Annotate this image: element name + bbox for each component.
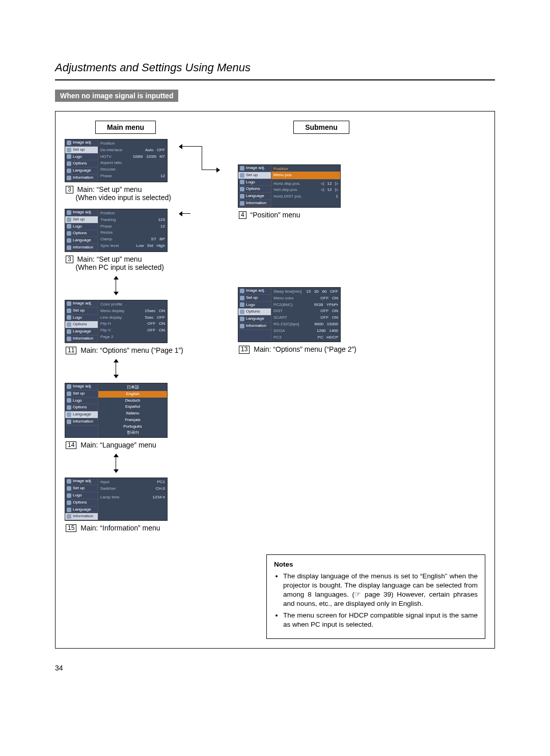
osd-side-label: Logo <box>246 302 255 308</box>
osd-side-label: Options <box>73 500 87 506</box>
menu-item-icon <box>67 217 71 222</box>
osd-side-item: Language <box>65 328 98 335</box>
osd-side-item: Language <box>65 237 98 244</box>
caption-subtext: (When video input is selected) <box>75 193 171 202</box>
osd-line-label: SCART <box>273 315 287 321</box>
caption-language: 14 Main: “Language” menu <box>66 441 197 449</box>
osd-side-label: Set up <box>246 295 258 301</box>
caption-num: 3 <box>66 256 73 263</box>
osd-side-label: Set up <box>73 217 85 222</box>
osd-line-label: Position <box>100 211 115 216</box>
caption-num: 13 <box>239 346 250 353</box>
osd-side-item: Set up <box>65 390 98 398</box>
osd-side-item: Information <box>65 335 98 343</box>
menu-item-icon <box>67 224 71 229</box>
osd-side-item: Image adj. <box>65 209 98 216</box>
osd-line-label: De-interlace <box>100 148 122 153</box>
osd-side-item: Information <box>65 418 98 426</box>
notes-item: The display language of the menus is set… <box>283 572 478 609</box>
osd-line-value: OFF ON <box>320 296 338 301</box>
osd-side-label: Set up <box>73 391 85 397</box>
menu-item-icon <box>240 166 244 171</box>
caption-text: “Position” menu <box>251 211 300 219</box>
menu-item-icon <box>240 180 244 184</box>
diagram-box: Main menu Submenu Image adj.Set upLogoOp… <box>55 111 495 649</box>
osd-side-item: Language <box>65 167 98 175</box>
osd-line-value: 1080i 1035i NT <box>133 154 165 160</box>
osd-setup-pc: Image adj.Set upLogoOptionsLanguageInfor… <box>65 209 168 252</box>
menu-item-icon <box>67 329 71 334</box>
osd-line-label: RS-232C[bps] <box>273 322 299 327</box>
menu-item-icon <box>67 412 71 417</box>
osd-side-label: Image adj. <box>73 384 92 389</box>
osd-side-label: Options <box>73 405 87 410</box>
vertical-connector <box>116 359 248 378</box>
osd-side-label: Image adj. <box>73 479 92 484</box>
osd-side-label: Image adj. <box>73 210 92 215</box>
osd-side-item: Information <box>238 323 271 330</box>
osd-line-label: Sleep time[min] <box>273 289 301 295</box>
caption-num: 15 <box>66 524 76 532</box>
connector-line <box>202 170 219 170</box>
osd-side-item: Information <box>65 513 98 520</box>
caption-text: Main: “Options” menu (“Page 2”) <box>254 345 356 353</box>
notes-box: Notes The display language of the menus … <box>266 554 485 639</box>
osd-line-value: 15sec ON <box>145 309 165 314</box>
osd-side-item: Image adj. <box>65 139 98 147</box>
osd-side-item: Logo <box>65 154 98 161</box>
osd-line-value: OFF ON <box>320 315 338 321</box>
menu-item-icon <box>67 419 71 424</box>
osd-line-label: Clamp <box>100 237 112 242</box>
connector-line <box>179 213 190 214</box>
osd-side-label: Logo <box>246 180 255 185</box>
osd-side-item: Set up <box>65 485 98 492</box>
osd-side-item: Language <box>238 193 271 200</box>
osd-side-item: Logo <box>65 223 98 231</box>
osd-side-label: Language <box>246 316 264 322</box>
menu-item-icon <box>67 231 71 236</box>
menu-item-icon <box>67 245 71 250</box>
osd-line-value: PC1 <box>157 480 165 485</box>
menu-item-icon <box>67 315 71 320</box>
menu-item-icon <box>67 176 71 180</box>
caption-position: 4 “Position” menu <box>239 211 370 219</box>
osd-line-value: PC HDCP <box>318 335 338 341</box>
osd-side-label: Language <box>73 168 91 174</box>
menu-item-icon <box>240 302 244 307</box>
osd-line-value: 5sec OFF <box>145 315 165 321</box>
osd-line-value: Low Std High <box>136 243 165 249</box>
osd-lang-option: Italiano <box>100 410 165 417</box>
osd-line-value: ◁ 12 ▷ <box>321 187 338 193</box>
caption-text: Main: “Language” menu <box>80 441 156 449</box>
osd-side-item: Options <box>238 309 271 316</box>
menu-item-icon <box>67 398 71 403</box>
caption-num: 4 <box>239 211 246 219</box>
menu-item-icon <box>240 296 244 300</box>
osd-side-item: Set up <box>238 295 271 302</box>
osd-side-label: Logo <box>73 154 82 160</box>
osd-line-label: DIST <box>273 309 283 314</box>
menu-item-icon <box>67 514 71 519</box>
page-number: 34 <box>55 664 495 672</box>
osd-line-label: Sync level <box>100 243 119 249</box>
osd-side-label: Information <box>246 201 266 206</box>
osd-side-label: Options <box>246 186 260 192</box>
menu-item-icon <box>67 322 71 327</box>
osd-line-value: RGB YPbPr <box>314 302 338 308</box>
osd-side-label: Language <box>73 238 91 243</box>
caption-text: Main: “Information” menu <box>80 524 160 532</box>
menu-item-icon <box>67 337 71 341</box>
osd-side-item: Image adj. <box>65 478 98 485</box>
menu-item-icon <box>67 238 71 243</box>
osd-line-label: Flip H <box>100 321 111 327</box>
osd-line-label: Decoder <box>100 167 116 173</box>
osd-lang-option: English <box>98 391 167 398</box>
caption-num: 11 <box>66 347 76 354</box>
osd-line-label: PC3 <box>273 335 282 341</box>
osd-side-item: Information <box>238 200 271 207</box>
osd-side-label: Information <box>73 514 93 519</box>
menu-item-icon <box>240 317 244 321</box>
osd-side-label: Options <box>73 231 87 236</box>
caption-setup-pc: 3 Main: “Set up” menu (When PC input is … <box>66 255 197 271</box>
menu-item-icon <box>67 210 71 215</box>
